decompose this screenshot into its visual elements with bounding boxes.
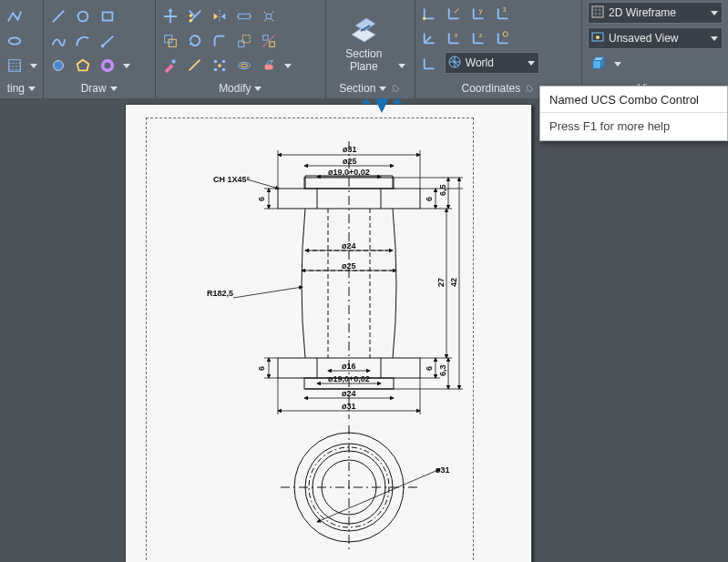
svg-marker-18 xyxy=(221,13,226,19)
panel-dropdown-modify[interactable] xyxy=(254,87,261,91)
donut-icon[interactable] xyxy=(97,55,118,77)
wireframe-icon xyxy=(590,5,605,22)
panel-title-editing: ting xyxy=(2,78,41,98)
ucs-combo-arrow[interactable] xyxy=(528,61,535,66)
panel-dropdown-draw[interactable] xyxy=(110,87,118,91)
panel-label-draw: Draw xyxy=(81,82,107,95)
rotate-icon[interactable] xyxy=(184,30,206,52)
view-combo-label: Unsaved View xyxy=(609,32,707,45)
mirror-icon[interactable] xyxy=(209,5,231,27)
view-icon xyxy=(590,30,605,47)
view-combo-arrow[interactable] xyxy=(711,36,718,41)
draw-expand[interactable] xyxy=(122,55,131,77)
ucs-icon-1[interactable] xyxy=(419,2,441,24)
svg-rect-47 xyxy=(593,60,601,68)
dim-d24-mid: ø24 xyxy=(342,241,356,250)
view-combo[interactable]: Unsaved View xyxy=(588,27,723,49)
modify-expand[interactable] xyxy=(283,55,292,77)
navcube-icon[interactable] xyxy=(588,53,610,75)
brush-icon[interactable] xyxy=(159,55,181,77)
section-plane-label: Section Plane xyxy=(345,47,382,73)
panel-dropdown-section[interactable] xyxy=(379,87,386,91)
navcube-expand[interactable] xyxy=(613,53,622,75)
circle-icon[interactable] xyxy=(72,5,94,27)
dim-d24-lower: ø24 xyxy=(342,389,356,398)
ucs-icon-3[interactable]: y xyxy=(468,2,490,24)
dim-h6a-r: 6 xyxy=(425,197,434,201)
section-plane-button[interactable]: Section Plane xyxy=(333,11,394,77)
svg-point-9 xyxy=(102,61,112,71)
ucs-combo[interactable]: World xyxy=(445,52,539,74)
line-icon[interactable] xyxy=(47,5,69,27)
svg-rect-65 xyxy=(304,378,394,389)
svg-line-7 xyxy=(102,36,113,46)
ucs-world-icon[interactable] xyxy=(419,52,441,74)
svg-text:3: 3 xyxy=(503,6,507,13)
polyline-icon[interactable] xyxy=(4,5,26,27)
panel-title-draw: Draw xyxy=(46,78,153,98)
svg-point-46 xyxy=(596,36,600,39)
trim-icon[interactable] xyxy=(184,5,206,27)
editing-expand[interactable] xyxy=(29,55,38,77)
svg-text:x: x xyxy=(455,32,458,38)
panel-modify: Modify xyxy=(156,0,326,98)
stretch-icon[interactable] xyxy=(233,5,255,27)
svg-rect-13 xyxy=(172,60,176,64)
svg-point-100 xyxy=(294,433,404,542)
ucs-icon-8[interactable] xyxy=(493,26,515,48)
panel-title-modify: Modify xyxy=(158,78,323,98)
pin-icon[interactable] xyxy=(390,83,401,94)
dim-h63: 6,3 xyxy=(438,364,447,376)
ucs-icon-7[interactable]: z xyxy=(468,26,490,48)
visual-style-combo[interactable]: 2D Wireframe xyxy=(588,2,723,24)
svg-point-4 xyxy=(77,12,87,22)
svg-rect-26 xyxy=(242,36,250,43)
ellipse-icon[interactable] xyxy=(4,30,26,52)
region-icon[interactable] xyxy=(47,55,69,77)
ucs-icon-5[interactable] xyxy=(419,26,441,48)
move-icon[interactable] xyxy=(159,5,181,27)
dim-d31-top: ø31 xyxy=(343,145,357,154)
ucs-icon-2[interactable] xyxy=(444,2,466,24)
panel-label-modify: Modify xyxy=(219,82,251,95)
svg-line-99 xyxy=(233,287,302,298)
svg-point-8 xyxy=(100,45,104,48)
svg-text:z: z xyxy=(479,32,482,38)
svg-rect-51 xyxy=(278,189,420,209)
panel-view: 2D Wireframe Unsaved View View xyxy=(582,0,728,98)
scale-icon[interactable] xyxy=(233,30,255,52)
svg-line-98 xyxy=(247,179,279,189)
spline-icon[interactable] xyxy=(47,30,69,52)
svg-point-23 xyxy=(218,64,221,67)
rectangle-icon[interactable] xyxy=(97,5,118,27)
panel-coordinates: x y z 3 World Coordinates xyxy=(415,0,582,98)
ucs-icon-6[interactable]: x xyxy=(444,26,466,48)
section-expand[interactable] xyxy=(397,55,406,77)
erase-icon[interactable] xyxy=(258,55,280,77)
hatch-icon[interactable] xyxy=(4,55,26,77)
polygon-icon[interactable] xyxy=(72,55,94,77)
measure-icon[interactable] xyxy=(184,55,206,77)
svg-point-103 xyxy=(322,460,376,515)
fillet-icon[interactable] xyxy=(209,30,231,52)
copy-icon[interactable] xyxy=(159,30,181,52)
panel-dropdown-editing[interactable] xyxy=(28,87,36,91)
align-icon[interactable] xyxy=(258,30,280,52)
paper-sheet: CH 1X45° R182,5 ø31 ø25 ø19,0+0,02 ø24 ø… xyxy=(125,104,532,562)
ray-icon[interactable] xyxy=(97,30,118,52)
pin-icon-coord[interactable] xyxy=(524,83,535,94)
svg-rect-33 xyxy=(264,65,272,69)
offset-icon[interactable] xyxy=(233,55,255,77)
model-space[interactable]: CH 1X45° R182,5 ø31 ø25 ø19,0+0,02 ø24 ø… xyxy=(0,98,728,562)
array-icon[interactable] xyxy=(209,55,231,77)
svg-point-28 xyxy=(241,64,247,67)
ribbon: ting Draw xyxy=(0,0,728,99)
ucs-icon-4[interactable]: 3 xyxy=(493,2,515,24)
dim-h6a: 6 xyxy=(257,197,266,201)
svg-rect-62 xyxy=(278,358,420,378)
visual-style-label: 2D Wireframe xyxy=(609,6,707,19)
arc-icon[interactable] xyxy=(72,30,94,52)
visual-style-arrow[interactable] xyxy=(711,11,718,15)
explode-icon[interactable] xyxy=(258,5,280,27)
svg-marker-5 xyxy=(77,60,88,71)
